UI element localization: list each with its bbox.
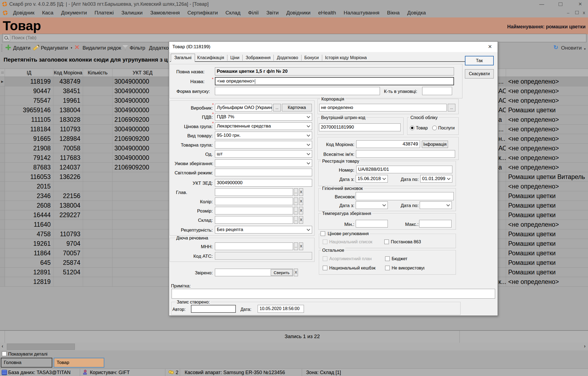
cell-fragment[interactable]: АО xyxy=(498,144,506,153)
show-details-checkbox[interactable] xyxy=(2,351,7,356)
cell-id[interactable]: 12819 xyxy=(5,277,53,286)
cell-morion[interactable] xyxy=(53,220,83,229)
cell-name[interactable]: Ромашки цветки xyxy=(506,191,588,201)
glav-field[interactable] xyxy=(215,188,293,196)
mnn-field[interactable] xyxy=(215,242,293,250)
menu-item[interactable]: Склад xyxy=(222,8,244,17)
cell-morion[interactable]: 110793 xyxy=(53,229,83,239)
menu-item[interactable]: Звіти xyxy=(263,8,282,17)
cell-morion[interactable]: 19961 xyxy=(53,96,83,105)
cell-name[interactable]: <не определено> xyxy=(506,77,588,86)
cell-morion[interactable]: 70057 xyxy=(53,248,83,258)
verified-clear-button[interactable]: X xyxy=(294,269,298,276)
cell-fragment[interactable]: АО xyxy=(498,86,506,96)
tab-tovar[interactable]: Товар xyxy=(54,358,104,368)
cell-ukt[interactable] xyxy=(112,191,178,201)
created-date-field[interactable]: 10.05.2020 18:56:00 xyxy=(258,305,304,313)
cell-id[interactable]: 12891 xyxy=(5,268,53,277)
cell-fragment[interactable]: а xyxy=(498,115,506,124)
cell-fragment[interactable]: ... xyxy=(498,77,506,86)
prescription-combo[interactable]: Без рецепта xyxy=(215,226,312,234)
menu-item[interactable]: Каса xyxy=(38,8,57,17)
product-kind-combo[interactable]: 95-100 грн. xyxy=(215,132,312,139)
cell-morion[interactable]: 438749 xyxy=(53,77,83,86)
cell-fragment[interactable] xyxy=(498,182,506,191)
cell-ukt[interactable]: 3004900000 xyxy=(112,125,178,134)
note-field[interactable] xyxy=(172,289,495,299)
cell-name[interactable]: <не определено> xyxy=(506,220,588,229)
price-regulation-checkbox[interactable] xyxy=(321,231,325,236)
cell-qty[interactable] xyxy=(83,77,112,86)
add-icon[interactable] xyxy=(5,45,11,50)
dialog-tab[interactable]: Додатково xyxy=(274,55,301,61)
size-browse-button[interactable]: ... xyxy=(294,207,298,214)
cell-name[interactable]: Ромашки цветки xyxy=(506,201,588,210)
cell-ukt[interactable]: 2106909200 xyxy=(112,134,178,143)
author-field[interactable] xyxy=(191,305,236,313)
cell-morion[interactable]: 110793 xyxy=(53,125,83,134)
column-header-morion[interactable]: Код Моріона xyxy=(53,69,83,77)
cell-fragment[interactable] xyxy=(498,210,506,220)
color-field[interactable] xyxy=(215,198,293,205)
cell-fragment[interactable] xyxy=(498,268,506,277)
cell-morion[interactable]: 25874 xyxy=(53,258,83,267)
cell-qty[interactable] xyxy=(83,210,112,220)
cell-qty[interactable] xyxy=(83,115,112,124)
cell-qty[interactable] xyxy=(83,182,112,191)
glav-browse-button[interactable]: ... xyxy=(294,188,298,196)
cell-name[interactable]: Ромашки цветки xyxy=(506,248,588,258)
cell-morion[interactable]: 138004 xyxy=(53,105,83,115)
radio-poslugy[interactable] xyxy=(432,126,437,130)
pack-qty-field[interactable] xyxy=(422,87,452,95)
warehouse-browse-button[interactable]: ... xyxy=(294,216,298,224)
delete-icon[interactable]: × xyxy=(75,43,80,52)
full-name-field[interactable]: Ромашки цветки 1,5 г ф/п № 20 xyxy=(215,67,454,75)
cell-morion[interactable]: 51204 xyxy=(53,268,83,277)
cell-fragment[interactable] xyxy=(498,220,506,229)
cell-qty[interactable] xyxy=(83,153,112,162)
not-used-checkbox[interactable] xyxy=(385,266,390,270)
cell-fragment[interactable] xyxy=(498,248,506,258)
corporation-browse-button[interactable]: ... xyxy=(448,104,455,111)
delete-row-button[interactable]: Видалити рядок xyxy=(83,45,121,51)
cell-fragment[interactable]: н... xyxy=(498,134,506,143)
cell-morion[interactable] xyxy=(53,182,83,191)
cell-fragment[interactable]: ... xyxy=(498,125,506,134)
menu-item[interactable]: eHealth xyxy=(314,8,340,17)
cell-id[interactable]: 75547 xyxy=(5,96,53,105)
cell-qty[interactable] xyxy=(83,258,112,267)
morion-info-button[interactable]: Інформація xyxy=(422,141,448,148)
more-button[interactable]: Додатко xyxy=(149,45,169,51)
vat-combo[interactable]: ПДВ 7% xyxy=(215,113,312,121)
cell-ukt[interactable] xyxy=(112,220,178,229)
dialog-tab[interactable]: Класифікація xyxy=(194,55,227,61)
grid-menu-icon[interactable] xyxy=(1,72,4,74)
cell-id[interactable]: 16444 xyxy=(5,210,53,220)
cell-ukt[interactable]: 3004900000 xyxy=(112,144,178,153)
warehouse-field[interactable] xyxy=(215,216,293,224)
cell-ukt[interactable]: 3004900000 xyxy=(112,86,178,96)
add-button[interactable]: Додати xyxy=(13,45,31,51)
cell-name[interactable]: Ромашки цветки xyxy=(506,268,588,277)
cell-fragment[interactable]: к... xyxy=(498,153,506,162)
reg-date-from-combo[interactable]: 15.06.2018 xyxy=(356,175,388,183)
cell-ukt[interactable] xyxy=(112,172,178,181)
verify-button[interactable]: Сверить xyxy=(271,269,293,276)
dialog-tab[interactable]: Ціни xyxy=(227,55,243,61)
cell-qty[interactable] xyxy=(83,277,112,286)
menu-item[interactable]: Залишки xyxy=(118,8,147,17)
cell-ukt[interactable] xyxy=(112,239,178,248)
cell-name[interactable]: Ромашки цветки Витарель xyxy=(506,172,588,181)
cell-ukt[interactable] xyxy=(112,201,178,210)
cell-id[interactable]: 87683 xyxy=(5,163,53,172)
glav-clear-button[interactable]: X xyxy=(299,188,303,196)
dialog-close-icon[interactable]: × xyxy=(486,43,494,51)
edit-icon[interactable] xyxy=(33,44,40,51)
edit-dropdown-icon[interactable]: ▼ xyxy=(70,47,73,49)
ukt-field[interactable]: 3004900000 xyxy=(215,179,312,187)
refresh-icon[interactable]: ↻ xyxy=(553,44,558,51)
refresh-dropdown-icon[interactable]: ▼ xyxy=(584,48,586,50)
menu-item[interactable]: Довідник xyxy=(9,8,38,17)
mnn-clear-button[interactable]: X xyxy=(299,242,303,250)
mdi-restore-icon[interactable] xyxy=(575,11,579,14)
